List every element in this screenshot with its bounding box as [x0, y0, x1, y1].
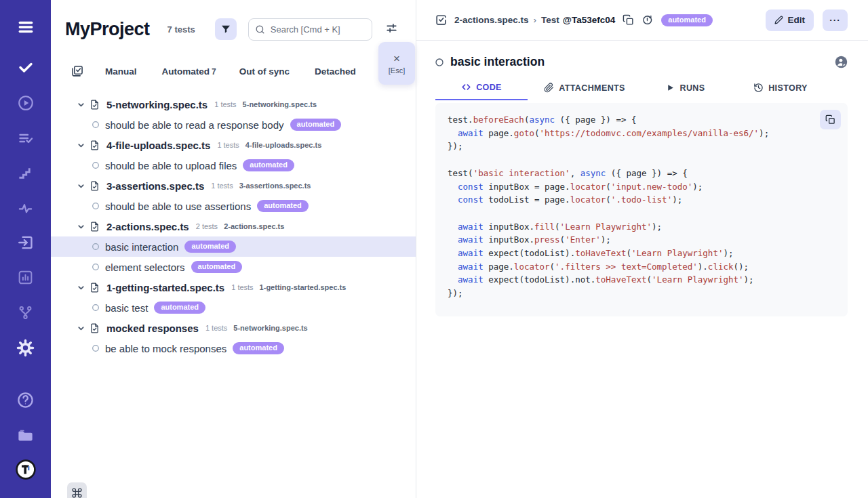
chevron-down-icon[interactable]	[77, 141, 85, 150]
code-line: await expect(todoList).not.toHaveText('L…	[448, 273, 835, 287]
tests-panel: MyProject 7 tests × [Esc]	[51, 0, 416, 498]
settings-gear-icon[interactable]	[0, 339, 51, 357]
code-line: });	[448, 287, 835, 300]
tab-runs[interactable]: RUNS	[642, 75, 730, 100]
code-line: await inputBox.fill('Learn Playwright');	[448, 220, 835, 234]
advanced-filters-icon[interactable]	[385, 22, 398, 37]
spec-file-name[interactable]: mocked responses	[106, 323, 199, 334]
paperclip-icon	[544, 83, 554, 93]
spec-file-path: 5-networking.spec.ts	[233, 324, 307, 332]
spec-test-count: 1 tests	[214, 100, 236, 108]
test-plans-icon[interactable]	[0, 130, 51, 146]
spec-file-path: 4-file-uploads.spec.ts	[245, 141, 321, 149]
test-name[interactable]: should be able to read a response body	[105, 119, 284, 131]
branches-icon[interactable]	[0, 304, 51, 321]
spec-file-icon	[89, 323, 100, 334]
code-line: });	[448, 140, 835, 153]
spec-file-name[interactable]: 4-file-uploads.spec.ts	[106, 140, 210, 151]
testomat-logo-icon[interactable]	[0, 459, 51, 480]
command-key-button[interactable]	[67, 482, 87, 498]
pencil-icon	[774, 16, 783, 24]
code-icon	[461, 82, 471, 92]
test-name[interactable]: basic interaction	[105, 241, 178, 253]
menu-icon[interactable]	[0, 18, 51, 36]
filter-button[interactable]	[215, 18, 237, 40]
tab-out-of-sync[interactable]: Out of sync	[239, 66, 292, 77]
detail-actions: Edit ···	[766, 9, 848, 31]
test-row[interactable]: should be able to read a response bodyau…	[51, 115, 416, 135]
spec-file-name[interactable]: 3-assertions.spec.ts	[106, 180, 204, 192]
spec-test-count: 1 tests	[211, 182, 233, 190]
chevron-down-icon[interactable]	[77, 283, 85, 292]
test-name[interactable]: element selectors	[105, 262, 185, 273]
code-content: test.beforeEach(async ({ page }) => { aw…	[448, 113, 835, 300]
test-circle-icon	[92, 202, 100, 210]
breadcrumb-file[interactable]: 2-actions.spec.ts	[454, 15, 529, 25]
tests-check-icon[interactable]	[0, 60, 51, 76]
close-search-popup[interactable]: × [Esc]	[378, 42, 415, 85]
chevron-down-icon[interactable]	[77, 222, 85, 231]
chevron-down-icon[interactable]	[77, 324, 85, 333]
spec-file-row[interactable]: 3-assertions.spec.ts1 tests3-assertions.…	[51, 175, 416, 196]
automated-badge: automated	[233, 342, 284, 354]
tab-attachments[interactable]: ATTACHMENTS	[528, 75, 642, 100]
copy-code-button[interactable]	[820, 110, 841, 129]
test-row[interactable]: should be able to use assertionsautomate…	[51, 196, 416, 216]
code-line: const inputBox = page.locator('input.new…	[448, 180, 835, 194]
copy-icon	[825, 115, 835, 125]
spec-doc-icon	[435, 14, 448, 26]
code-line: await page.locator('.filters >> text=Com…	[448, 260, 835, 274]
edit-button[interactable]: Edit	[766, 9, 814, 31]
esc-label: [Esc]	[389, 66, 405, 75]
spec-file-row[interactable]: mocked responses1 tests5-networking.spec…	[51, 318, 416, 338]
spec-test-count: 1 tests	[205, 324, 227, 332]
spec-file-icon	[89, 221, 100, 232]
spec-file-icon	[89, 282, 100, 293]
play-icon	[666, 83, 675, 92]
tab-history[interactable]: HISTORY	[730, 75, 831, 100]
test-name[interactable]: be able to mock responses	[105, 343, 226, 354]
test-row[interactable]: basic testautomated	[51, 297, 416, 318]
test-row[interactable]: basic interactionautomated	[51, 236, 416, 257]
code-line	[448, 153, 835, 167]
spec-file-row[interactable]: 2-actions.spec.ts2 tests2-actions.spec.t…	[51, 216, 416, 236]
spec-file-name[interactable]: 5-networking.spec.ts	[106, 99, 208, 110]
test-row[interactable]: should be able to upload filesautomated	[51, 155, 416, 175]
breadcrumb-test-label: Test	[541, 15, 559, 25]
projects-folder-icon[interactable]	[0, 426, 51, 444]
import-icon[interactable]	[0, 234, 51, 251]
test-name[interactable]: should be able to upload files	[105, 160, 237, 171]
pulse-icon[interactable]	[0, 201, 51, 216]
detail-tabs: CODE ATTACHMENTS RUNS HISTORY	[435, 75, 848, 100]
spec-file-name[interactable]: 2-actions.spec.ts	[106, 221, 189, 232]
spec-file-path: 1-getting-started.spec.ts	[260, 283, 347, 291]
copy-id-icon[interactable]	[623, 14, 634, 26]
select-all-icon[interactable]	[71, 64, 84, 78]
search-input[interactable]	[248, 18, 372, 41]
assignee-avatar[interactable]	[835, 56, 848, 68]
spec-file-row[interactable]: 5-networking.spec.ts1 tests5-networking.…	[51, 94, 416, 115]
analytics-icon[interactable]	[0, 269, 51, 286]
sync-status-icon[interactable]	[642, 14, 653, 26]
test-name[interactable]: basic test	[105, 302, 148, 314]
test-row[interactable]: element selectorsautomated	[51, 257, 416, 277]
tab-code[interactable]: CODE	[435, 75, 528, 100]
chevron-down-icon[interactable]	[77, 100, 85, 109]
automated-badge: automated	[661, 14, 713, 26]
chevron-down-icon[interactable]	[77, 182, 85, 190]
spec-file-row[interactable]: 4-file-uploads.spec.ts1 tests4-file-uplo…	[51, 135, 416, 155]
test-row[interactable]: be able to mock responsesautomated	[51, 338, 416, 358]
spec-file-row[interactable]: 1-getting-started.spec.ts1 tests1-gettin…	[51, 277, 416, 297]
tab-automated[interactable]: Automated7	[162, 66, 216, 77]
test-tree: 5-networking.spec.ts1 tests5-networking.…	[51, 94, 416, 358]
steps-icon[interactable]	[0, 165, 51, 181]
test-circle-icon	[92, 243, 100, 251]
tab-detached[interactable]: Detached	[315, 66, 358, 77]
runs-play-icon[interactable]	[0, 94, 51, 112]
tab-manual[interactable]: Manual	[105, 66, 139, 77]
more-actions-button[interactable]: ···	[823, 9, 848, 31]
help-icon[interactable]	[0, 391, 51, 409]
spec-file-name[interactable]: 1-getting-started.spec.ts	[106, 282, 224, 293]
code-line: test.beforeEach(async ({ page }) => {	[448, 113, 835, 127]
test-name[interactable]: should be able to use assertions	[105, 201, 251, 212]
